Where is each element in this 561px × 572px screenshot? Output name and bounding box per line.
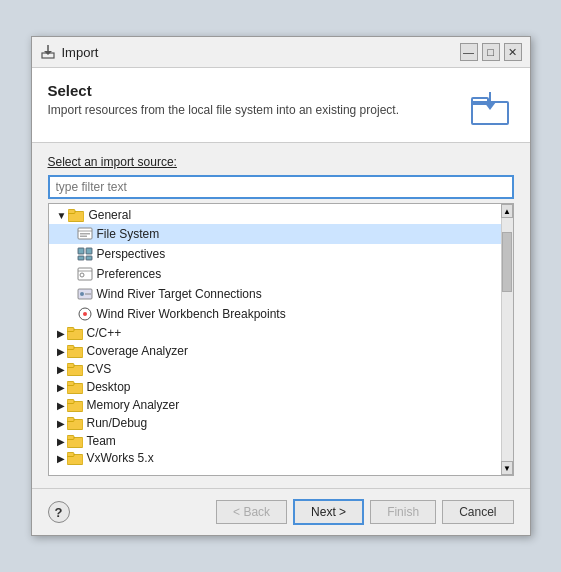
- scrollbar-track: ▲ ▼: [501, 204, 513, 475]
- cancel-button[interactable]: Cancel: [442, 500, 513, 524]
- help-button[interactable]: ?: [48, 501, 70, 523]
- minimize-button[interactable]: —: [460, 43, 478, 61]
- tree-label-general: General: [88, 208, 131, 222]
- c-cpp-folder-icon: [67, 326, 83, 340]
- cvs-folder-icon: [67, 362, 83, 376]
- folder-icon: [68, 208, 84, 222]
- tree-item-preferences[interactable]: Preferences: [49, 264, 501, 284]
- svg-rect-34: [67, 400, 74, 404]
- desktop-folder-icon: [67, 380, 83, 394]
- tree-item-vxworks[interactable]: ▶ VxWorks 5.x: [49, 450, 501, 466]
- svg-rect-36: [67, 418, 74, 422]
- maximize-button[interactable]: □: [482, 43, 500, 61]
- tree-item-run-debug[interactable]: ▶ Run/Debug: [49, 414, 501, 432]
- svg-rect-12: [80, 236, 87, 238]
- perspectives-icon: [77, 246, 93, 262]
- coverage-folder-icon: [67, 344, 83, 358]
- svg-rect-38: [67, 436, 74, 440]
- header-icon: [466, 82, 514, 130]
- tree-label-file-system: File System: [97, 227, 160, 241]
- svg-rect-13: [78, 248, 84, 254]
- svg-rect-28: [67, 346, 74, 350]
- close-button[interactable]: ✕: [504, 43, 522, 61]
- tree-list[interactable]: ▼ General: [49, 204, 501, 475]
- svg-rect-14: [86, 248, 92, 254]
- window-controls: — □ ✕: [460, 43, 522, 61]
- svg-rect-16: [86, 256, 92, 260]
- tree-label-vxworks: VxWorks 5.x: [87, 451, 154, 465]
- content-section: Select an import source: ▼ General: [32, 143, 530, 488]
- title-bar: Import — □ ✕: [32, 37, 530, 68]
- import-dialog: Import — □ ✕ Select Import resources fro…: [31, 36, 531, 536]
- filter-label: Select an import source:: [48, 155, 514, 169]
- tree-container: ▼ General: [48, 203, 514, 476]
- svg-rect-32: [67, 382, 74, 386]
- tree-label-wind-river-target: Wind River Target Connections: [97, 287, 262, 301]
- collapse-icon-coverage: ▶: [57, 346, 65, 357]
- header-heading: Select: [48, 82, 399, 99]
- svg-rect-8: [68, 210, 75, 214]
- collapse-icon-ccpp: ▶: [57, 328, 65, 339]
- collapse-icon-cvs: ▶: [57, 364, 65, 375]
- tree-item-wind-river-workbench[interactable]: Wind River Workbench Breakpoints: [49, 304, 501, 324]
- tree-label-preferences: Preferences: [97, 267, 162, 281]
- header-section: Select Import resources from the local f…: [32, 68, 530, 143]
- svg-marker-6: [484, 102, 496, 110]
- collapse-icon-desktop: ▶: [57, 382, 65, 393]
- tree-item-file-system[interactable]: File System: [49, 224, 501, 244]
- dialog-icon: [40, 44, 56, 60]
- tree-item-wind-river-target[interactable]: Wind River Target Connections: [49, 284, 501, 304]
- tree-item-cvs[interactable]: ▶ CVS: [49, 360, 501, 378]
- svg-rect-26: [67, 328, 74, 332]
- tree-label-cvs: CVS: [87, 362, 112, 376]
- collapse-icon-vxworks: ▶: [57, 453, 65, 464]
- scrollbar-up-arrow[interactable]: ▲: [501, 204, 513, 218]
- filter-input[interactable]: [48, 175, 514, 199]
- back-button[interactable]: < Back: [216, 500, 287, 524]
- run-debug-folder-icon: [67, 416, 83, 430]
- tree-item-general[interactable]: ▼ General: [49, 206, 501, 224]
- team-folder-icon: [67, 434, 83, 448]
- tree-label-wind-river-workbench: Wind River Workbench Breakpoints: [97, 307, 286, 321]
- collapse-icon-memory: ▶: [57, 400, 65, 411]
- tree-item-c-cpp[interactable]: ▶ C/C++: [49, 324, 501, 342]
- header-text: Select Import resources from the local f…: [48, 82, 399, 117]
- bottom-bar: ? < Back Next > Finish Cancel: [32, 488, 530, 535]
- file-system-icon: [77, 226, 93, 242]
- tree-label-perspectives: Perspectives: [97, 247, 166, 261]
- tree-label-memory-analyzer: Memory Analyzer: [87, 398, 180, 412]
- svg-rect-11: [80, 233, 90, 235]
- svg-point-21: [80, 292, 84, 296]
- tree-label-c-cpp: C/C++: [87, 326, 122, 340]
- tree-item-memory-analyzer[interactable]: ▶ Memory Analyzer: [49, 396, 501, 414]
- tree-label-desktop: Desktop: [87, 380, 131, 394]
- vxworks-folder-icon: [67, 451, 83, 465]
- svg-rect-30: [67, 364, 74, 368]
- tree-item-desktop[interactable]: ▶ Desktop: [49, 378, 501, 396]
- collapse-icon-run: ▶: [57, 418, 65, 429]
- tree-label-run-debug: Run/Debug: [87, 416, 148, 430]
- wind-river-workbench-icon: [77, 306, 93, 322]
- next-button[interactable]: Next >: [293, 499, 364, 525]
- memory-folder-icon: [67, 398, 83, 412]
- tree-item-perspectives[interactable]: Perspectives: [49, 244, 501, 264]
- scrollbar-down-arrow[interactable]: ▼: [501, 461, 513, 475]
- svg-rect-40: [67, 453, 74, 457]
- tree-item-team[interactable]: ▶ Team: [49, 432, 501, 450]
- tree-item-coverage-analyzer[interactable]: ▶ Coverage Analyzer: [49, 342, 501, 360]
- expand-icon: ▼: [57, 210, 67, 221]
- dialog-title: Import: [62, 45, 460, 60]
- header-description: Import resources from the local file sys…: [48, 103, 399, 117]
- scrollbar-thumb[interactable]: [502, 232, 512, 292]
- svg-rect-15: [78, 256, 84, 260]
- wind-river-target-icon: [77, 286, 93, 302]
- tree-label-team: Team: [87, 434, 116, 448]
- collapse-icon-team: ▶: [57, 436, 65, 447]
- preferences-icon: [77, 266, 93, 282]
- svg-point-24: [83, 312, 87, 316]
- tree-label-coverage-analyzer: Coverage Analyzer: [87, 344, 188, 358]
- finish-button[interactable]: Finish: [370, 500, 436, 524]
